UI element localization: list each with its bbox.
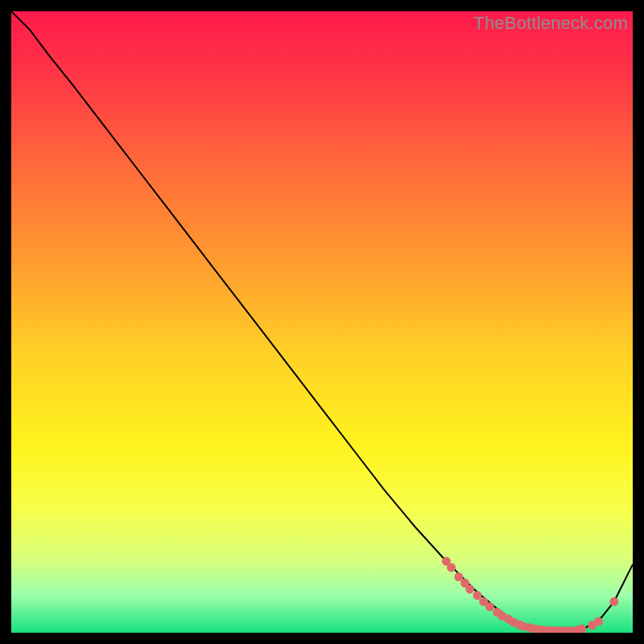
watermark-text: TheBottleneck.com (473, 13, 628, 34)
chart-frame: TheBottleneck.com (11, 11, 633, 633)
data-point (609, 597, 618, 606)
data-point (447, 563, 456, 572)
data-point (465, 584, 474, 593)
chart-background (11, 11, 633, 633)
chart-svg (11, 11, 633, 633)
data-point (485, 602, 494, 611)
data-point (594, 617, 603, 626)
